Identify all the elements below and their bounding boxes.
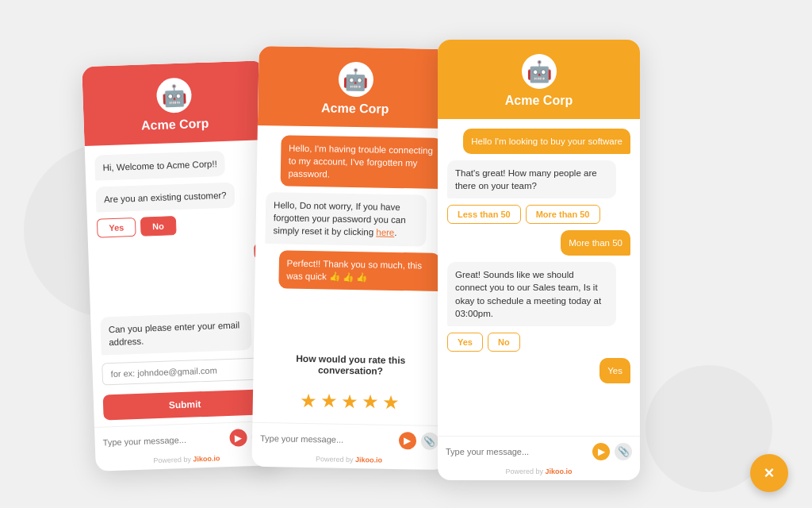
card3-bot-icon: 🤖	[527, 60, 552, 84]
star-5[interactable]: ★	[382, 391, 400, 414]
card1-btn-row: Yes No	[97, 214, 261, 238]
close-icon: ×	[764, 464, 775, 482]
card1-footer-input[interactable]	[102, 433, 224, 447]
star-3[interactable]: ★	[341, 391, 358, 413]
card2-footer-input[interactable]	[260, 433, 394, 445]
card2-header: 🤖 Acme Corp	[258, 46, 454, 129]
card3-msg-user1: Hello I'm looking to buy your software	[463, 129, 630, 154]
card3-footer-input[interactable]	[446, 447, 588, 456]
card2-stars: ★ ★ ★ ★ ★	[262, 384, 439, 419]
card3-body: Hello I'm looking to buy your software T…	[438, 119, 640, 436]
card3-msg-user2: More than 50	[561, 230, 630, 256]
card3-header: 🤖 Acme Corp	[438, 40, 640, 119]
cards-container: 🤖 Acme Corp Hi, Welcome to Acme Corp!! A…	[89, 32, 723, 476]
star-4[interactable]: ★	[362, 391, 379, 413]
card3-send-icon[interactable]: ▶	[592, 443, 610, 460]
card1-header: 🤖 Acme Corp	[82, 60, 266, 146]
card2-clip-icon[interactable]: 📎	[421, 433, 439, 450]
card3-btn-row2: Yes No	[447, 333, 630, 352]
card2-avatar: 🤖	[338, 62, 373, 98]
card2-footer: ▶ 📎	[252, 422, 447, 455]
card1-send-icon[interactable]: ▶	[229, 429, 247, 447]
card2-msg-user2: Perfect!! Thank you so much, this was qu…	[278, 250, 440, 291]
card3-msg-user3: Yes	[599, 358, 630, 383]
card3-btn-less50[interactable]: Less than 50	[447, 205, 521, 224]
card1-btn-no[interactable]: No	[140, 216, 176, 237]
close-fab-button[interactable]: ×	[750, 454, 788, 492]
card2-send-icon[interactable]: ▶	[399, 432, 416, 449]
star-2[interactable]: ★	[320, 390, 338, 412]
card3-msg-bot1: That's great! How many people are there …	[447, 160, 616, 198]
card3-msg-bot2: Great! Sounds like we should connect you…	[447, 262, 616, 325]
card1-msg1: Hi, Welcome to Acme Corp!!	[94, 151, 225, 181]
card1-btn-yes[interactable]: Yes	[97, 217, 136, 238]
chat-card-3: 🤖 Acme Corp Hello I'm looking to buy you…	[438, 40, 640, 480]
card3-clip-icon[interactable]: 📎	[615, 443, 632, 460]
card2-bot-icon: 🤖	[343, 67, 369, 92]
card1-submit-btn[interactable]: Submit	[103, 389, 267, 420]
card1-title: Acme Corp	[141, 117, 209, 133]
card2-powered-by: Powered by Jikoo.io	[251, 452, 446, 470]
card3-footer: ▶ 📎	[438, 436, 640, 465]
card1-email-input[interactable]	[102, 357, 266, 385]
card1-email-wrap	[102, 357, 266, 385]
card1-bot-icon: 🤖	[161, 83, 187, 108]
card1-avatar: 🤖	[156, 77, 193, 114]
card3-title: Acme Corp	[505, 94, 573, 108]
card3-avatar: 🤖	[522, 54, 557, 89]
card1-body: Hi, Welcome to Acme Corp!! Are you an ex…	[85, 140, 277, 427]
card2-body: Hello, I'm having trouble connecting to …	[252, 125, 451, 425]
star-1[interactable]: ★	[300, 390, 317, 412]
card3-powered-by: Powered by Jikoo.io	[438, 465, 640, 480]
card2-here-link[interactable]: here	[376, 228, 394, 237]
card1-msg3: Can you please enter your email address.	[100, 312, 251, 356]
card3-btn-row1: Less than 50 More than 50	[447, 205, 630, 224]
card2-title: Acme Corp	[321, 101, 389, 116]
chat-card-1: 🤖 Acme Corp Hi, Welcome to Acme Corp!! A…	[82, 60, 278, 471]
chat-card-2: 🤖 Acme Corp Hello, I'm having trouble co…	[251, 46, 453, 470]
card2-rating-question: How would you rate this conversation?	[262, 349, 439, 381]
card3-btn-more50[interactable]: More than 50	[526, 205, 600, 224]
card1-msg2: Are you an existing customer?	[95, 183, 235, 213]
card3-btn-no[interactable]: No	[488, 333, 520, 352]
card3-btn-yes[interactable]: Yes	[447, 333, 483, 352]
card2-msg-bot1: Hello, Do not worry, If you have forgott…	[265, 192, 427, 246]
card2-msg-user1: Hello, I'm having trouble connecting to …	[280, 135, 442, 189]
